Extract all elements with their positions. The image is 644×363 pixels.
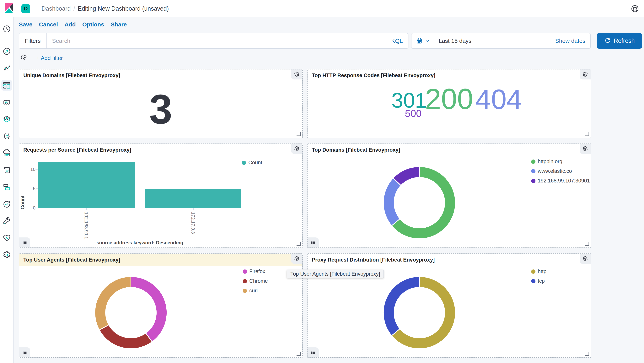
- legend-label: httpbin.org: [538, 158, 562, 164]
- canvas-icon: [2, 98, 11, 107]
- panel-top-user-agents: Top User Agents [Filebeat Envoyproxy] Fi…: [19, 254, 303, 358]
- legend-toggle-button[interactable]: [308, 238, 319, 248]
- panel-options-button[interactable]: [291, 70, 302, 80]
- panel-drag-handle[interactable]: Top Domains [Filebeat Envoyproxy]: [308, 144, 591, 156]
- panel-drag-handle[interactable]: Requests per Source [Filebeat Envoyproxy…: [19, 144, 302, 156]
- y-axis-tick: 0: [26, 205, 36, 210]
- sidebar-item-dev-tools[interactable]: [2, 216, 11, 226]
- panel-options-button[interactable]: [580, 70, 591, 80]
- tag-cloud-term[interactable]: 404: [476, 86, 522, 114]
- panel-resize-handle[interactable]: [296, 131, 301, 136]
- bar-172.17.0.3[interactable]: [145, 189, 242, 208]
- options-button[interactable]: Options: [82, 21, 104, 28]
- show-dates-button[interactable]: Show dates: [555, 38, 590, 44]
- gear-icon: [582, 256, 588, 262]
- search-input[interactable]: [47, 38, 386, 44]
- panel-options-button[interactable]: [291, 254, 302, 264]
- sidebar-item-discover[interactable]: [2, 47, 11, 56]
- donut-slice-Firefox[interactable]: [131, 276, 167, 342]
- bar-192.168.99.1[interactable]: [38, 162, 135, 208]
- add-filter-button[interactable]: + Add filter: [36, 55, 63, 61]
- legend-color-dot: [243, 279, 247, 283]
- legend-item[interactable]: httpbin.org: [531, 158, 590, 164]
- clock-icon: [2, 24, 11, 33]
- add-button[interactable]: Add: [64, 21, 76, 28]
- space-badge[interactable]: D: [22, 4, 30, 13]
- legend-toggle-button[interactable]: [19, 238, 30, 248]
- panel-resize-handle[interactable]: [584, 131, 589, 136]
- sidebar-item-management[interactable]: [2, 250, 11, 260]
- legend-label: Count: [248, 160, 262, 166]
- legend-item[interactable]: Firefox: [243, 268, 268, 274]
- donut-slice-Chrome[interactable]: [99, 325, 152, 349]
- panel-resize-handle[interactable]: [296, 241, 301, 246]
- cancel-button[interactable]: Cancel: [39, 21, 58, 28]
- legend-label: www.elastic.co: [538, 168, 572, 174]
- panel-drag-handle[interactable]: Proxy Request Distribution [Filebeat Env…: [308, 254, 591, 266]
- wrench-icon: [2, 216, 11, 226]
- sidebar-item-visualize[interactable]: [2, 64, 11, 73]
- panel-title: Top Domains [Filebeat Envoyproxy]: [312, 147, 400, 153]
- panel-drag-handle[interactable]: Unique Domains [Filebeat Envoyproxy]: [19, 70, 302, 81]
- sidebar-item-uptime[interactable]: [2, 200, 11, 208]
- filters-dropdown-button[interactable]: Filters: [19, 33, 47, 48]
- query-bar: Filters KQL: [19, 33, 408, 48]
- panel-options-button[interactable]: [580, 254, 591, 264]
- heartbeat-icon: [2, 234, 11, 242]
- chart-legend: Count: [242, 160, 262, 166]
- legend-item[interactable]: tcp: [531, 278, 546, 284]
- legend-color-dot: [531, 270, 536, 274]
- tag-cloud-term[interactable]: 500: [405, 108, 422, 118]
- legend-item[interactable]: http: [531, 268, 546, 274]
- sidebar-item-metrics[interactable]: [2, 149, 11, 158]
- legend-item[interactable]: Count: [242, 160, 262, 166]
- sidebar-item-maps[interactable]: [2, 115, 11, 124]
- sidebar-item-apm[interactable]: [2, 183, 11, 192]
- legend-color-dot: [531, 169, 536, 174]
- x-tick-mark: [193, 208, 194, 210]
- panel-resize-handle[interactable]: [296, 351, 301, 356]
- date-quick-select-button[interactable]: [412, 33, 434, 48]
- panel-resize-handle[interactable]: [584, 351, 589, 356]
- donut-slice-www.elastic.co[interactable]: [383, 178, 401, 226]
- help-button[interactable]: [630, 4, 639, 13]
- metric-value: 3: [19, 81, 302, 138]
- donut-slice-curl[interactable]: [95, 276, 131, 330]
- share-button[interactable]: Share: [111, 21, 127, 28]
- date-picker-bar: Last 15 days Show dates: [411, 33, 590, 48]
- legend-item[interactable]: Chrome: [243, 278, 268, 284]
- donut-chart: [308, 266, 592, 358]
- panel-options-button[interactable]: [291, 144, 302, 154]
- header-divider: [16, 6, 16, 16]
- legend-item[interactable]: www.elastic.co: [531, 168, 590, 174]
- filter-dash-divider: [30, 58, 34, 58]
- sidebar-item-logs[interactable]: [2, 166, 11, 174]
- tag-cloud-term[interactable]: 200: [425, 84, 473, 114]
- legend-item[interactable]: curl: [243, 288, 268, 294]
- save-button[interactable]: Save: [19, 21, 32, 28]
- sidebar-item-recently-viewed[interactable]: [2, 24, 11, 33]
- legend-toggle-button[interactable]: [308, 348, 319, 358]
- sidebar-nav: [0, 17, 14, 363]
- legend-label: 192.168.99.107:30901: [538, 178, 590, 184]
- kibana-logo[interactable]: [3, 2, 15, 16]
- donut-chart-visualization: httpbin.org www.elastic.co 192.168.99.10…: [308, 156, 591, 248]
- sidebar-item-canvas[interactable]: [2, 98, 11, 107]
- panel-drag-handle[interactable]: Top HTTP Response Codes [Filebeat Envoyp…: [308, 70, 591, 81]
- breadcrumb-dashboard[interactable]: Dashboard: [42, 5, 71, 12]
- filter-options-button[interactable]: [20, 54, 28, 62]
- donut-slice-tcp[interactable]: [383, 276, 419, 336]
- panel-options-button[interactable]: [580, 144, 591, 154]
- kql-button[interactable]: KQL: [386, 38, 408, 44]
- time-range-value[interactable]: Last 15 days: [434, 38, 472, 44]
- sidebar-item-machine-learning[interactable]: [2, 132, 11, 140]
- sidebar-item-stack-monitoring[interactable]: [2, 234, 11, 242]
- panel-drag-handle[interactable]: Top User Agents [Filebeat Envoyproxy]: [19, 254, 302, 266]
- legend-toggle-button[interactable]: [19, 348, 30, 358]
- legend-color-dot: [243, 289, 247, 293]
- sidebar-item-dashboard[interactable]: [2, 81, 11, 90]
- y-axis-tick: 10: [26, 167, 36, 172]
- panel-resize-handle[interactable]: [584, 241, 589, 246]
- refresh-button[interactable]: Refresh: [597, 33, 642, 48]
- legend-item[interactable]: 192.168.99.107:30901: [531, 178, 590, 184]
